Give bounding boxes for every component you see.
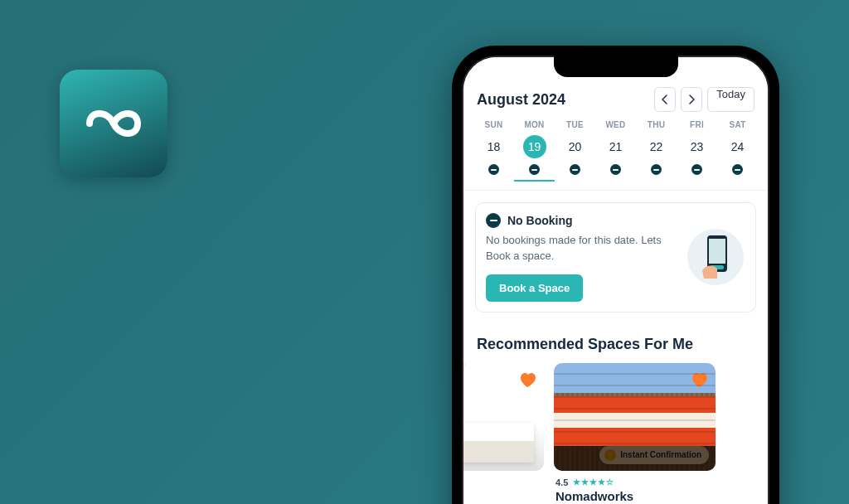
space-card[interactable]: East Side York, New York, ... [463,363,544,504]
today-button[interactable]: Today [707,87,754,112]
calendar-day-tue[interactable]: TUE 20 [555,120,595,182]
day-number: 19 [523,135,546,158]
phone-notch [554,56,678,77]
rating: 4.5 ★★★★☆ [555,477,714,487]
no-booking-title: No Booking [507,214,573,227]
space-image [463,363,544,471]
app-icon [60,70,167,177]
infinity-icon [78,100,149,147]
svg-rect-2 [709,239,725,264]
phone-frame: August 2024 Today SUN 18 [452,46,779,504]
day-number: 22 [645,135,668,158]
space-image: ⚡ Instant Confirmation [554,363,716,471]
chevron-right-icon [688,94,695,104]
book-space-button[interactable]: Book a Space [486,274,583,302]
calendar-next-button[interactable] [681,87,702,112]
space-title: Nomadworks [555,489,714,503]
day-label: WED [605,120,625,129]
availability-dot-icon [488,164,499,175]
calendar-title: August 2024 [477,91,565,109]
calendar-day-wed[interactable]: WED 21 [595,120,636,182]
app-screen: August 2024 Today SUN 18 [463,57,768,504]
phone-illustration [686,227,745,287]
availability-dot-icon [610,164,621,175]
calendar-prev-button[interactable] [654,87,676,112]
day-number: 23 [686,135,709,158]
day-number: 24 [726,135,750,158]
rating-stars-icon: ★★★★☆ [573,477,614,487]
calendar-week: SUN 18 MON 19 TUE 20 WED 21 [463,120,768,191]
day-number: 21 [604,135,628,158]
calendar-controls: Today [654,87,754,112]
rating-value: 4.5 [555,477,568,487]
calendar-day-sat[interactable]: SAT 24 [717,120,758,182]
calendar-day-thu[interactable]: THU 22 [636,120,677,182]
badge-label: Instant Confirmation [620,450,701,459]
calendar-day-mon[interactable]: MON 19 [514,120,555,182]
day-label: SUN [484,120,502,129]
space-title: East Side [463,479,542,493]
day-label: TUE [566,120,584,129]
day-number: 18 [483,135,506,158]
no-booking-text: No bookings made for this date. Lets Boo… [486,233,677,264]
day-label: SAT [729,120,745,129]
calendar-day-sun[interactable]: SUN 18 [473,120,514,182]
space-address: York, New York, ... [463,494,542,504]
availability-dot-icon [529,164,540,175]
availability-dot-icon [732,164,743,175]
no-booking-icon [486,213,501,228]
instant-confirmation-badge: ⚡ Instant Confirmation [599,446,709,464]
recommended-carousel[interactable]: East Side York, New York, ... ⚡ [463,363,768,504]
availability-dot-icon [651,164,662,175]
no-booking-card: No Booking No bookings made for this dat… [475,202,756,313]
recommended-heading: Recommended Spaces For Me [463,324,768,363]
calendar-day-fri[interactable]: FRI 23 [677,120,717,182]
space-card[interactable]: ⚡ Instant Confirmation 4.5 ★★★★☆ Nomadwo… [554,363,716,504]
phone-screen-border: August 2024 Today SUN 18 [462,56,769,504]
availability-dot-icon [691,164,702,175]
day-label: MON [524,120,544,129]
heart-icon[interactable] [689,370,709,390]
day-label: FRI [690,120,704,129]
day-number: 20 [564,135,587,158]
bolt-icon: ⚡ [604,449,616,461]
calendar-header: August 2024 Today [463,82,768,120]
availability-dot-icon [570,164,580,175]
heart-icon[interactable] [517,370,537,390]
day-label: THU [648,120,665,129]
chevron-left-icon [662,94,668,104]
